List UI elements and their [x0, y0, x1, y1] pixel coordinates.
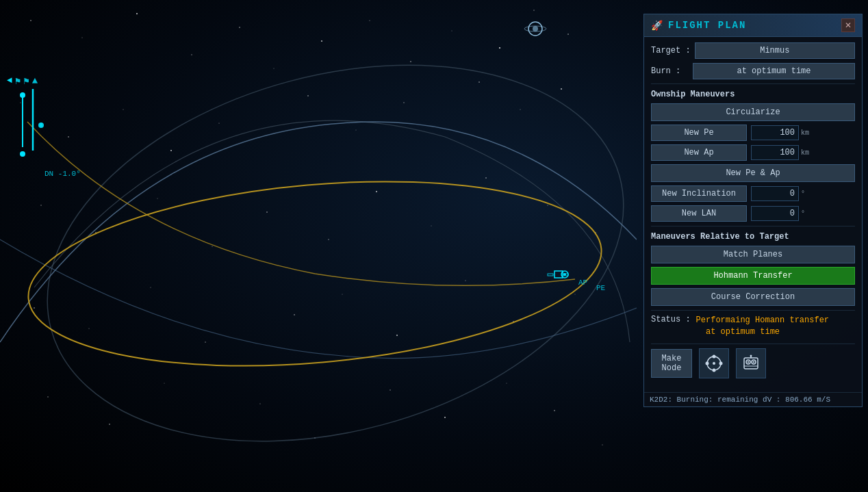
burn-button[interactable]: at optimum time — [693, 63, 855, 79]
panel-title-area: 🚀 FLIGHT PLAN — [651, 20, 746, 31]
new-inclination-row: New Inclination ° — [651, 185, 855, 202]
target-label: Target : — [651, 46, 691, 55]
target-button[interactable]: Minmus — [695, 42, 855, 59]
new-ap-input-area: km — [751, 145, 812, 160]
divider-1 — [651, 83, 855, 84]
new-ap-row: New Ap km — [651, 144, 855, 161]
circularize-button[interactable]: Circularize — [651, 103, 855, 121]
svg-point-71 — [706, 361, 709, 365]
settings-icon — [740, 352, 762, 374]
status-text: Performaing Homann transfer at optimum t… — [696, 315, 829, 338]
new-inclination-button[interactable]: New Inclination — [651, 185, 747, 202]
lan-unit: ° — [801, 210, 805, 218]
maneuver-icon-button[interactable] — [699, 348, 729, 378]
new-lan-button[interactable]: New LAN — [651, 205, 747, 222]
orbit-display — [0, 0, 637, 492]
maneuver-icon — [703, 352, 725, 374]
panel-title: FLIGHT PLAN — [668, 20, 746, 31]
relative-section-title: Maneuvers Relative to Target — [651, 232, 855, 242]
inclination-unit: ° — [801, 190, 805, 198]
hohmann-transfer-button[interactable]: Hohmann Transfer — [651, 267, 855, 285]
status-label: Status : — [651, 315, 691, 324]
match-planes-button[interactable]: Match Planes — [651, 246, 855, 263]
svg-point-73 — [713, 362, 715, 365]
lan-input-area: ° — [751, 206, 805, 221]
svg-point-59 — [38, 122, 44, 128]
new-pe-button[interactable]: New Pe — [651, 125, 747, 141]
status-section: Status : Performaing Homann transfer at … — [651, 315, 855, 338]
new-lan-row: New LAN ° — [651, 205, 855, 222]
ap-label: AP — [578, 279, 587, 287]
orbit-dot — [20, 151, 25, 157]
new-ap-unit: km — [801, 149, 812, 157]
new-pe-input[interactable] — [751, 125, 799, 140]
make-node-button[interactable]: MakeNode — [651, 349, 692, 378]
new-ap-button[interactable]: New Ap — [651, 144, 747, 161]
hud-icon-3: ▲ — [32, 75, 38, 87]
settings-icon-button[interactable] — [736, 348, 766, 378]
rocket-icon: 🚀 — [651, 20, 663, 31]
new-pe-row: New Pe km — [651, 125, 855, 141]
status-bar: K2D2: Burning: remaining dV : 806.66 m/S — [644, 392, 862, 406]
bottom-actions: MakeNode — [651, 344, 855, 383]
vertical-indicator — [22, 92, 23, 147]
new-pe-input-area: km — [751, 125, 812, 140]
pe-label: PE — [596, 284, 605, 292]
nav-arrow-icon[interactable]: ◄ — [7, 75, 12, 87]
flight-plan-panel: 🚀 FLIGHT PLAN ✕ Target : Minmus Burn : a… — [643, 14, 863, 407]
course-correction-button[interactable]: Course Correction — [651, 288, 855, 306]
svg-point-78 — [753, 361, 754, 362]
new-ap-input[interactable] — [751, 145, 799, 160]
new-pe-ap-button[interactable]: New Pe & Ap — [651, 164, 855, 182]
svg-point-55 — [5, 5, 637, 492]
new-pe-unit: km — [801, 129, 812, 137]
ownship-section-title: Ownship Maneuvers — [651, 90, 855, 99]
target-row: Target : Minmus — [651, 42, 855, 59]
new-lan-input[interactable] — [751, 206, 799, 221]
panel-header: 🚀 FLIGHT PLAN ✕ — [644, 14, 862, 37]
divider-3 — [651, 310, 855, 311]
svg-rect-64 — [548, 274, 553, 276]
new-inclination-input[interactable] — [751, 186, 799, 201]
svg-point-61 — [533, 26, 538, 31]
hud-icon-2: ⚑ — [23, 75, 29, 87]
svg-point-67 — [563, 273, 566, 276]
divider-2 — [651, 226, 855, 226]
hud-icon-1: ⚑ — [15, 75, 21, 87]
burn-row: Burn : at optimum time — [651, 63, 855, 79]
hud-left-panel: ◄ ⚑ ⚑ ▲ — [7, 75, 38, 157]
svg-point-69 — [713, 354, 716, 358]
svg-point-70 — [713, 368, 716, 372]
close-button[interactable]: ✕ — [841, 18, 855, 32]
svg-point-72 — [719, 361, 723, 365]
inclination-input-area: ° — [751, 186, 805, 201]
burn-label: Burn : — [651, 66, 689, 76]
svg-point-77 — [748, 361, 749, 362]
panel-body: Target : Minmus Burn : at optimum time O… — [644, 37, 862, 392]
status-bar-text: K2D2: Burning: remaining dV : 806.66 m/S — [650, 396, 830, 404]
svg-point-81 — [750, 354, 752, 357]
dn-label: DN -1.0° — [44, 170, 81, 178]
